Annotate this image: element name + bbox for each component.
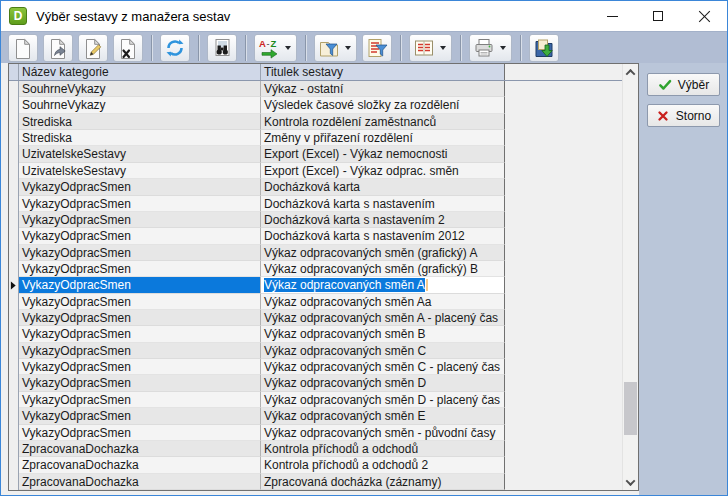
delete-report-button[interactable] xyxy=(113,34,143,62)
cell-title[interactable]: Výkaz odpracovaných směn C - placený čas xyxy=(261,359,505,375)
cell-category[interactable]: VykazyOdpracSmen xyxy=(19,359,261,375)
cell-title[interactable]: Výkaz odpracovaných směn D - placený čas xyxy=(261,392,505,408)
table-row[interactable]: VykazyOdpracSmenVýkaz odpracovaných směn… xyxy=(9,310,638,326)
filter-list-button[interactable] xyxy=(362,34,392,62)
table-row[interactable]: ZpracovanaDochazkaKontrola příchodů a od… xyxy=(9,457,638,473)
minimize-button[interactable] xyxy=(589,1,635,31)
table-row[interactable]: VykazyOdpracSmenDocházková karta s nasta… xyxy=(9,228,638,244)
dropdown-arrow-icon[interactable] xyxy=(500,46,506,50)
cell-title[interactable]: Změny v přiřazení rozdělení xyxy=(261,130,505,146)
column-header-title[interactable]: Titulek sestavy xyxy=(261,64,505,80)
table-row[interactable]: VykazyOdpracSmenVýkaz odpracovaných směn… xyxy=(9,326,638,342)
table-row[interactable]: VykazyOdpracSmenDocházková karta s nasta… xyxy=(9,196,638,212)
vertical-scrollbar[interactable] xyxy=(622,64,638,490)
column-header-category[interactable]: Název kategorie xyxy=(19,64,261,80)
table-row[interactable]: VykazyOdpracSmenVýkaz odpracovaných směn… xyxy=(9,425,638,441)
table-row[interactable]: ZpracovanaDochazkaZpracovaná docházka (z… xyxy=(9,474,638,490)
table-row[interactable]: VykazyOdpracSmenVýkaz odpracovaných směn… xyxy=(9,294,638,310)
cell-category[interactable]: UzivatelskeSestavy xyxy=(19,163,261,179)
open-report-button[interactable] xyxy=(43,34,73,62)
cell-category[interactable]: SouhrneVykazy xyxy=(19,81,261,97)
cell-title[interactable]: Výkaz odpracovaných směn D xyxy=(261,375,505,391)
table-row[interactable]: VykazyOdpracSmenVýkaz odpracovaných směn… xyxy=(9,359,638,375)
table-row[interactable]: StrediskaZměny v přiřazení rozdělení xyxy=(9,130,638,146)
cell-category[interactable]: ZpracovanaDochazka xyxy=(19,457,261,473)
table-row[interactable]: VykazyOdpracSmenVýkaz odpracovaných směn… xyxy=(9,245,638,261)
table-row[interactable]: VykazyOdpracSmenVýkaz odpracovaných směn… xyxy=(9,343,638,359)
cell-title[interactable]: Kontrola příchodů a odchodů 2 xyxy=(261,457,505,473)
cell-category[interactable]: VykazyOdpracSmen xyxy=(19,261,261,277)
dropdown-arrow-icon[interactable] xyxy=(440,46,446,50)
cell-title[interactable]: Výkaz odpracovaných směn E xyxy=(261,408,505,424)
cell-title[interactable]: Výkaz - ostatní xyxy=(261,81,505,97)
table-row[interactable]: VykazyOdpracSmenVýkaz odpracovaných směn… xyxy=(9,375,638,391)
table-row[interactable]: VykazyOdpracSmenVýkaz odpracovaných směn… xyxy=(9,408,638,424)
sort-az-button[interactable]: A-Z xyxy=(254,34,297,62)
cell-title[interactable]: Docházková karta s nastavením xyxy=(261,196,505,212)
cell-category[interactable]: Strediska xyxy=(19,114,261,130)
table-row[interactable]: ZpracovanaDochazkaKontrola příchodů a od… xyxy=(9,441,638,457)
table-row[interactable]: VykazyOdpracSmenVýkaz odpracovaných směn… xyxy=(9,261,638,277)
cancel-button[interactable]: Storno xyxy=(647,104,720,127)
cell-title[interactable]: Výkaz odpracovaných směn B xyxy=(261,326,505,342)
scroll-down-button[interactable] xyxy=(623,474,638,490)
cell-category[interactable]: ZpracovanaDochazka xyxy=(19,441,261,457)
table-row[interactable]: StrediskaKontrola rozdělení zaměstnanců xyxy=(9,114,638,130)
cell-category[interactable]: VykazyOdpracSmen xyxy=(19,408,261,424)
filter-button[interactable] xyxy=(314,34,357,62)
table-row[interactable]: VykazyOdpracSmenVýkaz odpracovaných směn… xyxy=(9,277,638,293)
cell-title[interactable]: Zpracovaná docházka (záznamy) xyxy=(261,474,505,490)
cell-title[interactable]: Výkaz odpracovaných směn A xyxy=(261,277,505,293)
cell-category[interactable]: ZpracovanaDochazka xyxy=(19,474,261,490)
print-button[interactable] xyxy=(469,34,512,62)
table-row[interactable]: UzivatelskeSestavyExport (Excel) - Výkaz… xyxy=(9,146,638,162)
cell-title[interactable]: Docházková karta s nastavením 2 xyxy=(261,212,505,228)
cell-category[interactable]: SouhrneVykazy xyxy=(19,97,261,113)
cell-title[interactable]: Výkaz odpracovaných směn - původní časy xyxy=(261,425,505,441)
table-row[interactable]: VykazyOdpracSmenDocházková karta s nasta… xyxy=(9,212,638,228)
dropdown-arrow-icon[interactable] xyxy=(345,46,351,50)
cell-category[interactable]: VykazyOdpracSmen xyxy=(19,277,261,293)
select-button[interactable]: Výběr xyxy=(647,73,720,96)
table-row[interactable]: UzivatelskeSestavyExport (Excel) - Výkaz… xyxy=(9,163,638,179)
cell-category[interactable]: Strediska xyxy=(19,130,261,146)
cell-title[interactable]: Export (Excel) - Výkaz odprac. směn xyxy=(261,163,505,179)
cell-category[interactable]: UzivatelskeSestavy xyxy=(19,146,261,162)
table-row[interactable]: VykazyOdpracSmenDocházková karta xyxy=(9,179,638,195)
cell-category[interactable]: VykazyOdpracSmen xyxy=(19,294,261,310)
cell-title[interactable]: Docházková karta s nastavením 2012 xyxy=(261,228,505,244)
find-button[interactable] xyxy=(207,34,237,62)
cell-title[interactable]: Výkaz odpracovaných směn (grafický) B xyxy=(261,261,505,277)
cell-category[interactable]: VykazyOdpracSmen xyxy=(19,245,261,261)
maximize-button[interactable] xyxy=(635,1,681,31)
close-button[interactable] xyxy=(681,1,727,31)
cell-category[interactable]: VykazyOdpracSmen xyxy=(19,425,261,441)
cell-title[interactable]: Výsledek časové složky za rozdělení xyxy=(261,97,505,113)
scroll-up-button[interactable] xyxy=(623,64,638,80)
export-button[interactable] xyxy=(529,34,559,62)
columns-button[interactable] xyxy=(409,34,452,62)
cell-title[interactable]: Kontrola rozdělení zaměstnanců xyxy=(261,114,505,130)
dropdown-arrow-icon[interactable] xyxy=(285,46,291,50)
cell-category[interactable]: VykazyOdpracSmen xyxy=(19,375,261,391)
cell-category[interactable]: VykazyOdpracSmen xyxy=(19,310,261,326)
cell-category[interactable]: VykazyOdpracSmen xyxy=(19,179,261,195)
cell-title[interactable]: Výkaz odpracovaných směn A - placený čas xyxy=(261,310,505,326)
cell-title[interactable]: Docházková karta xyxy=(261,179,505,195)
cell-title[interactable]: Výkaz odpracovaných směn (grafický) A xyxy=(261,245,505,261)
cell-title[interactable]: Výkaz odpracovaných směn C xyxy=(261,343,505,359)
cell-category[interactable]: VykazyOdpracSmen xyxy=(19,212,261,228)
scrollbar-thumb[interactable] xyxy=(624,382,637,435)
edit-report-button[interactable] xyxy=(78,34,108,62)
cell-title[interactable]: Export (Excel) - Výkaz nemocnosti xyxy=(261,146,505,162)
cell-title[interactable]: Kontrola příchodů a odchodů xyxy=(261,441,505,457)
cell-category[interactable]: VykazyOdpracSmen xyxy=(19,343,261,359)
cell-category[interactable]: VykazyOdpracSmen xyxy=(19,392,261,408)
cell-category[interactable]: VykazyOdpracSmen xyxy=(19,326,261,342)
cell-category[interactable]: VykazyOdpracSmen xyxy=(19,228,261,244)
table-row[interactable]: VykazyOdpracSmenVýkaz odpracovaných směn… xyxy=(9,392,638,408)
refresh-button[interactable] xyxy=(160,34,190,62)
table-row[interactable]: SouhrneVykazyVýkaz - ostatní xyxy=(9,81,638,97)
cell-title[interactable]: Výkaz odpracovaných směn Aa xyxy=(261,294,505,310)
cell-category[interactable]: VykazyOdpracSmen xyxy=(19,196,261,212)
